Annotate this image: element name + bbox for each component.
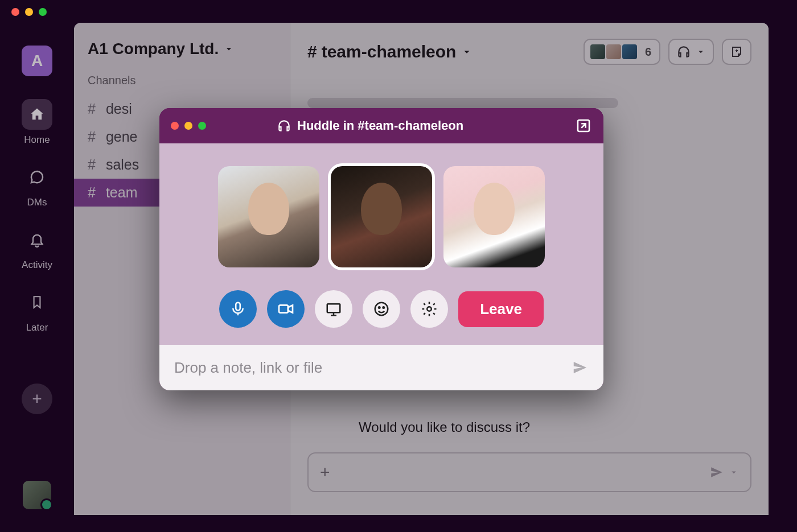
svg-rect-1 [236,303,240,311]
headphones-icon [277,118,291,133]
huddle-expand-button[interactable] [575,117,592,134]
hash-icon: # [88,156,96,173]
channel-title-text: team-chameleon [322,42,457,61]
huddle-body: Leave [159,143,603,345]
svg-point-6 [383,307,385,308]
hash-icon: # [88,184,96,201]
workspace-initial: A [31,52,43,70]
channel-header: # team-chameleon 6 [290,23,769,81]
chevron-down-icon [461,46,473,58]
svg-rect-3 [327,304,340,312]
workspace-switcher[interactable]: A [22,46,52,76]
member-avatar [589,43,606,60]
channels-section-label: Channels [74,74,290,95]
participant-tile[interactable] [218,166,319,267]
svg-point-4 [375,303,388,316]
huddle-title: Huddle in #team-chameleon [277,118,463,133]
member-count: 6 [642,46,651,59]
chevron-down-icon [696,47,706,57]
close-window-button[interactable] [11,8,19,16]
rail-later[interactable]: Later [22,287,52,333]
rail-activity[interactable]: Activity [22,224,52,271]
hash-icon: # [88,129,96,145]
participant-grid [211,166,552,267]
send-icon[interactable] [709,465,724,480]
hash-icon: # [307,42,317,61]
chevron-down-icon [223,43,235,55]
rail-label: Home [24,134,50,146]
attach-button[interactable]: + [320,463,330,482]
rail-home[interactable]: Home [22,99,52,146]
home-icon [22,99,52,130]
svg-point-5 [379,307,380,308]
reactions-button[interactable] [363,290,400,328]
app-rail: A Home DMs Activity Later + [0,0,74,532]
microphone-icon [229,300,247,317]
rail-label: DMs [27,197,47,208]
emoji-icon [373,300,390,317]
skeleton-line [307,98,618,108]
note-placeholder: Drop a note, link or file [174,359,322,377]
headphones-icon [676,44,691,59]
chevron-down-icon[interactable] [729,467,739,477]
zoom-window-button[interactable] [39,8,47,16]
member-avatar [621,43,638,60]
huddle-note-input[interactable]: Drop a note, link or file [159,345,603,390]
participant-tile-speaking[interactable] [331,166,432,267]
note-send-button[interactable] [572,359,589,376]
expand-icon [575,117,592,134]
leave-button[interactable]: Leave [458,291,544,327]
hash-icon: # [88,101,96,117]
huddle-close-button[interactable] [171,122,179,130]
share-screen-button[interactable] [315,290,352,328]
rail-dms[interactable]: DMs [22,162,52,208]
huddle-window: Huddle in #team-chameleon [159,108,603,390]
dms-icon [22,162,52,192]
send-icon [572,359,589,376]
camera-button[interactable] [267,290,305,328]
channel-members-button[interactable]: 6 [584,39,660,65]
huddle-titlebar[interactable]: Huddle in #team-chameleon [159,108,603,143]
bell-icon [22,224,52,255]
channel-name: desi [106,101,132,117]
svg-point-7 [427,307,432,311]
gear-icon [421,300,438,317]
message-composer[interactable]: + [307,452,751,492]
note-plus-icon [730,45,743,59]
mute-button[interactable] [219,290,257,328]
channel-name: sales [106,156,139,173]
video-icon [277,300,295,318]
channel-name: team [106,184,138,201]
settings-button[interactable] [410,290,448,328]
huddle-title-text: Huddle in #team-chameleon [297,118,463,133]
rail-label: Later [26,322,48,333]
window-traffic-lights[interactable] [11,8,47,16]
user-avatar[interactable] [23,481,51,509]
message-text: Would you like to discuss it? [359,419,530,435]
minimize-window-button[interactable] [25,8,33,16]
member-avatar [605,43,622,60]
bookmark-icon [22,287,52,317]
rail-add-button[interactable]: + [22,383,52,414]
participant-tile[interactable] [443,166,545,267]
huddle-controls: Leave [211,290,552,328]
channel-name: gene [106,129,138,145]
screen-share-icon [325,300,342,317]
svg-rect-2 [279,305,288,312]
huddle-zoom-button[interactable] [198,122,206,130]
huddle-minimize-button[interactable] [184,122,192,130]
canvas-button[interactable] [722,39,751,65]
rail-label: Activity [22,259,52,271]
workspace-name-text: A1 Company Ltd. [88,40,219,58]
workspace-menu[interactable]: A1 Company Ltd. [74,40,290,74]
channel-title[interactable]: # team-chameleon [307,42,473,61]
huddle-toggle-button[interactable] [668,39,714,65]
